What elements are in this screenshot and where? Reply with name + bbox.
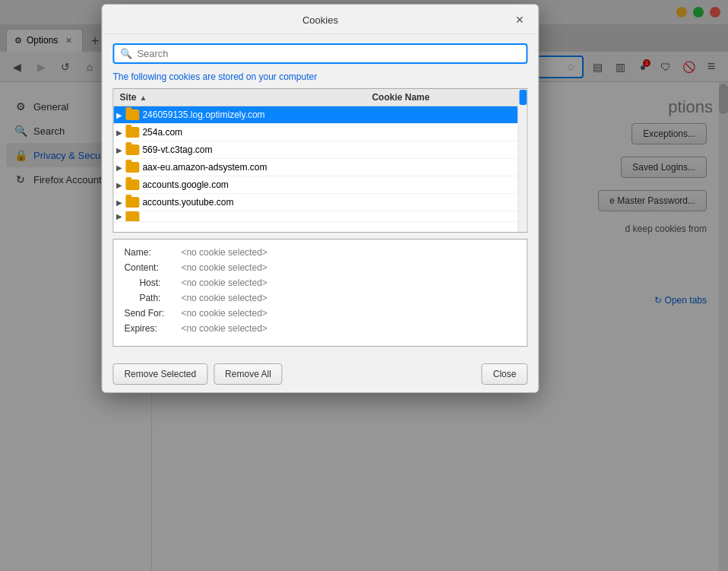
list-scrollbar[interactable]: [518, 89, 527, 232]
footer-left-buttons: Remove Selected Remove All: [112, 363, 282, 385]
folder-icon: [125, 144, 139, 155]
dialog-footer: Remove Selected Remove All Close: [102, 356, 538, 392]
expand-icon: ▶: [113, 128, 125, 137]
table-row[interactable]: ▶ 569-vt.c3tag.com: [113, 141, 518, 159]
list-scroll-thumb[interactable]: [519, 90, 527, 105]
detail-send-for-row: Send For: <no cookie selected>: [124, 308, 516, 319]
detail-name-row: Name: <no cookie selected>: [124, 247, 516, 258]
detail-path-row: Path: <no cookie selected>: [124, 293, 516, 303]
site-text: accounts.google.com: [142, 178, 518, 192]
modal-overlay: Cookies ✕ 🔍 The following cookies are st…: [0, 0, 728, 571]
search-input[interactable]: [137, 48, 520, 59]
site-text: accounts.youtube.com: [142, 195, 518, 209]
folder-icon: [125, 211, 139, 222]
site-text: 254a.com: [142, 125, 518, 139]
dialog-close-x-btn[interactable]: ✕: [512, 12, 527, 27]
host-value: <no cookie selected>: [181, 278, 267, 288]
close-btn[interactable]: Close: [482, 363, 528, 385]
search-icon: 🔍: [120, 48, 132, 59]
folder-icon: [125, 179, 139, 190]
col-cookie-header[interactable]: Cookie Name: [366, 89, 518, 106]
expand-icon: ▶: [113, 212, 125, 220]
path-label: Path:: [124, 293, 181, 303]
expires-label: Expires:: [124, 323, 181, 334]
name-label: Name:: [124, 247, 181, 258]
cookie-list: Site ▲ Cookie Name ▶ 246059135.log.optim…: [113, 89, 518, 232]
cookies-dialog: Cookies ✕ 🔍 The following cookies are st…: [101, 4, 539, 393]
dialog-body: 🔍 The following cookies are stored on yo…: [102, 34, 538, 356]
path-value: <no cookie selected>: [181, 293, 267, 303]
expand-icon: ▶: [113, 163, 125, 172]
folder-icon: [125, 127, 139, 138]
site-text: 246059135.log.optimizely.com: [142, 108, 518, 122]
col-cookie-label: Cookie Name: [372, 92, 429, 103]
table-row[interactable]: ▶: [113, 211, 518, 222]
expand-icon: ▶: [113, 198, 125, 207]
expand-icon: ▶: [113, 111, 125, 119]
folder-icon: [125, 162, 139, 173]
table-row[interactable]: ▶ accounts.google.com: [113, 176, 518, 194]
detail-content-row: Content: <no cookie selected>: [124, 262, 516, 273]
folder-icon: [125, 197, 139, 208]
detail-expires-row: Expires: <no cookie selected>: [124, 323, 516, 334]
info-text: The following cookies are stored on your…: [112, 71, 527, 82]
remove-selected-btn[interactable]: Remove Selected: [112, 363, 207, 385]
table-header: Site ▲ Cookie Name: [113, 89, 518, 106]
table-row[interactable]: ▶ 246059135.log.optimizely.com: [113, 106, 518, 124]
sort-arrow: ▲: [139, 94, 147, 102]
table-row[interactable]: ▶ accounts.youtube.com: [113, 194, 518, 211]
site-text: aax-eu.amazon-adsystem.com: [142, 160, 518, 174]
table-row[interactable]: ▶ 254a.com: [113, 124, 518, 141]
dialog-title-bar: Cookies ✕: [102, 5, 538, 34]
remove-all-btn[interactable]: Remove All: [214, 363, 283, 385]
content-value: <no cookie selected>: [181, 262, 267, 273]
name-value: <no cookie selected>: [181, 247, 267, 258]
send-for-value: <no cookie selected>: [181, 308, 267, 319]
content-label: Content:: [124, 262, 181, 273]
dialog-title: Cookies: [128, 14, 512, 26]
detail-host-row: Host: <no cookie selected>: [124, 278, 516, 288]
table-row[interactable]: ▶ aax-eu.amazon-adsystem.com: [113, 159, 518, 176]
cookie-details: Name: <no cookie selected> Content: <no …: [112, 239, 527, 347]
host-label: Host:: [124, 278, 181, 288]
expand-icon: ▶: [113, 146, 125, 154]
expand-icon: ▶: [113, 181, 125, 189]
expires-value: <no cookie selected>: [181, 323, 267, 334]
search-box[interactable]: 🔍: [112, 43, 527, 64]
col-site-label: Site: [119, 92, 136, 103]
cookie-list-container: Site ▲ Cookie Name ▶ 246059135.log.optim…: [112, 88, 527, 233]
folder-icon: [125, 109, 139, 120]
col-site-header[interactable]: Site ▲: [113, 89, 366, 106]
site-text: 569-vt.c3tag.com: [142, 143, 518, 157]
send-for-label: Send For:: [124, 308, 181, 319]
